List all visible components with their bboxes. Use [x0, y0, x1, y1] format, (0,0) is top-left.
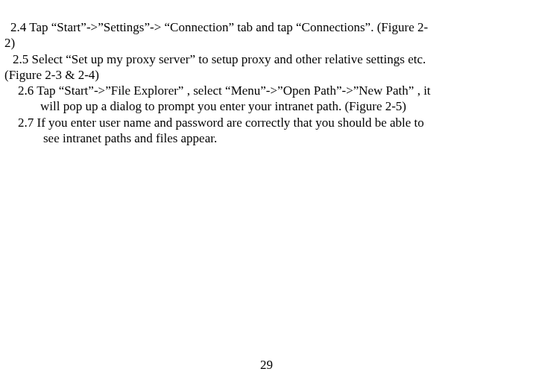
- body-text: 2.7 If you enter user name and password …: [4, 115, 529, 130]
- body-text: 2.4 Tap “Start”->”Settings”-> “Connectio…: [4, 19, 529, 35]
- page-number: 29: [0, 357, 533, 373]
- body-text: see intranet paths and files appear.: [4, 130, 529, 146]
- document-page: 2.4 Tap “Start”->”Settings”-> “Connectio…: [0, 0, 533, 146]
- body-text: 2.6 Tap “Start”->”File Explorer” , selec…: [4, 83, 529, 98]
- body-text: will pop up a dialog to prompt you enter…: [4, 98, 529, 114]
- body-text: 2): [4, 35, 529, 51]
- body-text: (Figure 2-3 & 2-4): [4, 67, 529, 83]
- body-text: 2.5 Select “Set up my proxy server” to s…: [4, 51, 529, 67]
